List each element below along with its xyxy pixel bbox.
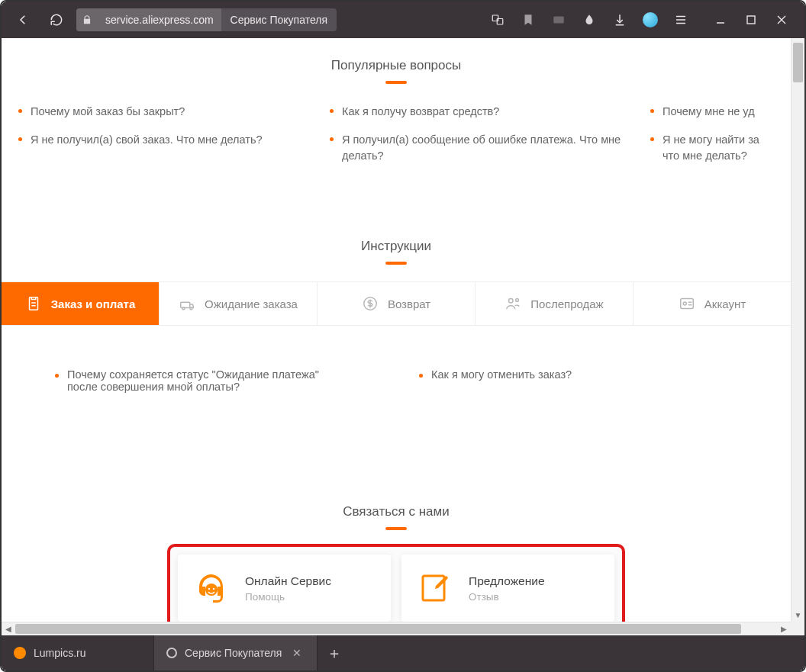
- contact-title: Связаться с нами: [2, 484, 791, 519]
- scroll-thumb[interactable]: [15, 624, 741, 634]
- faq-link[interactable]: Почему мой заказ бы закрыт?: [18, 104, 308, 120]
- scroll-thumb[interactable]: [793, 43, 803, 82]
- headset-icon: [193, 570, 230, 606]
- downloads-icon[interactable]: [606, 6, 634, 34]
- faq-link[interactable]: Как я могу отменить заказ?: [419, 368, 694, 381]
- divider-icon: [385, 262, 407, 265]
- tab-label: Аккаунт: [704, 297, 746, 310]
- svg-point-12: [683, 302, 686, 305]
- page-content: Популярные вопросы Почему мой заказ бы з…: [2, 38, 791, 622]
- scroll-right-icon[interactable]: ▶: [777, 622, 791, 635]
- contact-card-suggestion[interactable]: Предложение Отзыв: [401, 555, 614, 622]
- scroll-down-icon[interactable]: ▼: [791, 608, 804, 622]
- popular-questions-grid: Почему мой заказ бы закрыт? Я не получил…: [2, 84, 791, 164]
- address-bar[interactable]: service.aliexpress.com Сервис Покупателя: [76, 8, 337, 31]
- contact-card-online-service[interactable]: Онлайн Сервис Помощь: [178, 555, 391, 622]
- contact-highlight-box: Онлайн Сервис Помощь Предложение Отзыв: [167, 544, 625, 622]
- tab-label: Послепродаж: [530, 297, 603, 310]
- tab-label: Ожидание заказа: [205, 297, 298, 310]
- address-page-title: Сервис Покупателя: [221, 8, 337, 31]
- close-tab-icon[interactable]: ✕: [289, 647, 305, 659]
- vertical-scrollbar[interactable]: ▲ ▼: [791, 38, 804, 622]
- window-maximize-button[interactable]: [736, 6, 766, 34]
- tab-awaiting[interactable]: Ожидание заказа: [160, 282, 318, 325]
- svg-rect-3: [747, 16, 755, 24]
- contact-card-title: Онлайн Сервис: [245, 574, 331, 588]
- divider-icon: [385, 527, 407, 530]
- favicon-icon: [14, 647, 26, 659]
- browser-tab-service[interactable]: Сервис Покупателя ✕: [154, 635, 318, 670]
- svg-point-14: [208, 588, 210, 590]
- scroll-left-icon[interactable]: ◀: [2, 622, 15, 635]
- tab-account[interactable]: Аккаунт: [634, 282, 791, 325]
- scroll-corner: [791, 622, 804, 635]
- faq-link[interactable]: Почему сохраняется статус "Ожидание плат…: [55, 368, 330, 393]
- tab-label: Возврат: [388, 297, 430, 310]
- tab-refund[interactable]: Возврат: [318, 282, 476, 325]
- browser-tab-label: Lumpics.ru: [34, 647, 85, 659]
- new-tab-button[interactable]: ＋: [318, 635, 351, 670]
- svg-point-7: [190, 307, 192, 310]
- edit-note-icon: [417, 570, 453, 606]
- instructions-items: Почему сохраняется статус "Ожидание плат…: [2, 326, 791, 393]
- svg-point-10: [516, 299, 519, 302]
- svg-rect-2: [553, 17, 564, 24]
- popular-questions-title: Популярные вопросы: [2, 38, 791, 73]
- browser-tabstrip: Lumpics.ru Сервис Покупателя ✕ ＋: [2, 635, 804, 670]
- reload-button[interactable]: [43, 6, 70, 34]
- extension-lastfm-icon[interactable]: [545, 6, 572, 34]
- tab-label: Заказ и оплата: [51, 297, 136, 310]
- svg-point-15: [213, 588, 214, 590]
- svg-rect-16: [423, 576, 444, 600]
- tab-aftersale[interactable]: Послепродаж: [476, 282, 634, 325]
- lock-icon: [76, 8, 98, 31]
- faq-link[interactable]: Я не получил(а) свой заказ. Что мне дела…: [18, 132, 308, 148]
- address-url: service.aliexpress.com: [98, 8, 221, 31]
- contact-card-subtitle: Помощь: [245, 591, 331, 603]
- back-button[interactable]: [9, 6, 37, 34]
- svg-rect-5: [181, 302, 190, 307]
- window-close-button[interactable]: [766, 6, 797, 34]
- instructions-title: Инструкции: [2, 219, 791, 254]
- svg-point-9: [509, 299, 514, 304]
- browser-tab-lumpics[interactable]: Lumpics.ru: [2, 635, 154, 670]
- contact-card-subtitle: Отзыв: [469, 591, 545, 603]
- horizontal-scrollbar[interactable]: ◀ ▶: [2, 622, 791, 635]
- viewport: Популярные вопросы Почему мой заказ бы з…: [2, 38, 804, 635]
- instructions-tabs: Заказ и оплата Ожидание заказа Возврат П…: [2, 281, 791, 326]
- contact-card-title: Предложение: [469, 574, 545, 588]
- translate-icon[interactable]: [484, 6, 511, 34]
- browser-toolbar: service.aliexpress.com Сервис Покупателя: [2, 2, 804, 38]
- bookmark-icon[interactable]: [514, 6, 542, 34]
- faq-link[interactable]: Почему мне не уд: [650, 104, 788, 120]
- browser-tab-label: Сервис Покупателя: [185, 647, 282, 659]
- faq-link[interactable]: Я получил(а) сообщение об ошибке платежа…: [330, 132, 635, 164]
- extension-drop-icon[interactable]: [575, 6, 603, 34]
- svg-point-6: [182, 307, 185, 310]
- menu-icon[interactable]: [667, 6, 695, 34]
- weather-icon[interactable]: [637, 6, 664, 34]
- window-minimize-button[interactable]: [705, 6, 736, 34]
- faq-link[interactable]: Как я получу возврат средств?: [330, 104, 635, 120]
- tab-order-and-payment[interactable]: Заказ и оплата: [2, 282, 160, 325]
- favicon-icon: [164, 645, 179, 661]
- faq-link[interactable]: Я не могу найти за что мне делать?: [650, 132, 788, 164]
